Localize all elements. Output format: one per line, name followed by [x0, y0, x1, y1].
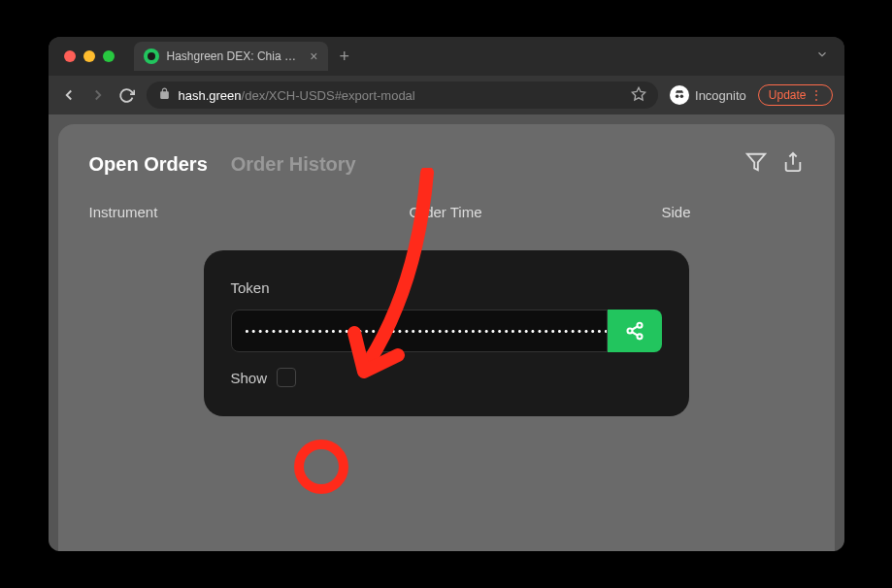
menu-dots-icon: ⋮	[810, 88, 822, 102]
svg-point-6	[627, 329, 632, 334]
maximize-window-button[interactable]	[103, 50, 115, 62]
table-header-row: Instrument Order Time Side	[89, 204, 804, 220]
svg-line-9	[632, 326, 638, 329]
close-tab-icon[interactable]: ×	[310, 49, 317, 64]
show-checkbox[interactable]	[277, 368, 296, 387]
update-label: Update	[769, 88, 807, 102]
url-text: hash.green/dex/XCH-USDS#export-modal	[179, 88, 415, 103]
svg-point-2	[680, 94, 684, 98]
header-order-time: Order Time	[410, 204, 662, 220]
lock-icon	[158, 87, 171, 103]
url-path: /dex/XCH-USDS#export-modal	[242, 88, 415, 103]
share-icon	[625, 321, 644, 341]
orders-panel: Open Orders Order History Instrument Ord…	[58, 124, 835, 551]
svg-marker-0	[632, 87, 644, 100]
token-masked-value: ••••••••••••••••••••••••••••••••••••••••…	[246, 325, 608, 337]
svg-point-1	[676, 94, 679, 98]
bookmark-star-icon[interactable]	[631, 86, 646, 105]
svg-point-7	[637, 334, 642, 339]
incognito-icon	[670, 85, 689, 105]
url-host: hash.green	[179, 88, 242, 103]
incognito-label: Incognito	[695, 88, 746, 103]
update-button[interactable]: Update ⋮	[758, 84, 833, 106]
export-icon[interactable]	[782, 151, 804, 177]
header-instrument: Instrument	[89, 204, 410, 220]
token-label: Token	[231, 279, 662, 296]
hashgreen-favicon-icon	[144, 49, 159, 64]
title-bar: Hashgreen DEX: Chia Blockcha × +	[49, 37, 844, 76]
close-window-button[interactable]	[64, 50, 76, 62]
orders-tabs: Open Orders Order History	[89, 151, 804, 177]
share-button[interactable]	[608, 310, 662, 352]
header-side: Side	[662, 204, 804, 220]
window-controls	[64, 50, 115, 62]
token-row: ••••••••••••••••••••••••••••••••••••••••…	[231, 310, 662, 352]
back-button[interactable]	[60, 86, 78, 104]
content-area: Open Orders Order History Instrument Ord…	[49, 114, 844, 551]
circle-annotation	[294, 440, 348, 494]
export-modal: Token ••••••••••••••••••••••••••••••••••…	[204, 250, 689, 416]
show-label: Show	[231, 370, 268, 386]
browser-toolbar: hash.green/dex/XCH-USDS#export-modal Inc…	[49, 76, 844, 114]
svg-marker-3	[746, 154, 764, 171]
panel-actions	[745, 151, 804, 177]
tab-order-history[interactable]: Order History	[231, 153, 356, 176]
show-toggle-row: Show	[231, 368, 662, 387]
address-bar[interactable]: hash.green/dex/XCH-USDS#export-modal	[147, 82, 659, 109]
forward-button[interactable]	[89, 86, 107, 104]
browser-tabs: Hashgreen DEX: Chia Blockcha × +	[134, 42, 829, 71]
tab-overflow-icon[interactable]	[815, 48, 829, 65]
browser-window: Hashgreen DEX: Chia Blockcha × + hash.gr…	[49, 37, 844, 551]
incognito-badge: Incognito	[670, 85, 746, 105]
tab-open-orders[interactable]: Open Orders	[89, 153, 208, 176]
tab-title: Hashgreen DEX: Chia Blockcha	[167, 49, 299, 63]
new-tab-button[interactable]: +	[340, 47, 350, 67]
svg-line-8	[632, 332, 638, 335]
minimize-window-button[interactable]	[83, 50, 95, 62]
reload-button[interactable]	[118, 87, 135, 104]
filter-icon[interactable]	[745, 151, 767, 177]
browser-tab[interactable]: Hashgreen DEX: Chia Blockcha ×	[134, 42, 328, 71]
token-input[interactable]: ••••••••••••••••••••••••••••••••••••••••…	[231, 310, 608, 352]
svg-point-5	[637, 323, 642, 328]
